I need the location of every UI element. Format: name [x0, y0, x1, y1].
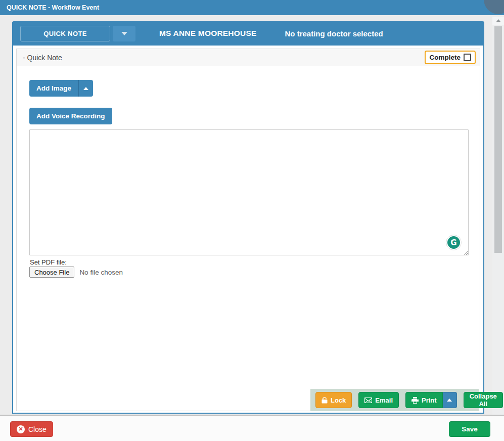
- complete-toggle[interactable]: Complete: [425, 51, 476, 64]
- lock-button[interactable]: Lock: [315, 392, 352, 408]
- window-title: QUICK NOTE - Workflow Event: [7, 4, 99, 11]
- section-header[interactable]: - Quick Note Complete: [17, 49, 480, 66]
- quick-note-section: - Quick Note Complete Add Image Add Voic…: [16, 49, 480, 411]
- scroll-up-icon: [496, 19, 501, 22]
- dialog-footer: ✕ Close Save: [0, 415, 504, 441]
- note-type-dropdown-button[interactable]: [113, 26, 135, 41]
- close-button[interactable]: ✕ Close: [10, 421, 53, 437]
- complete-checkbox[interactable]: [464, 54, 471, 61]
- note-action-strip: Lock Email Print Collapse All: [310, 389, 479, 411]
- print-split-button: Print: [405, 392, 457, 408]
- add-image-button[interactable]: Add Image: [29, 80, 78, 97]
- set-pdf-label: Set PDF file:: [30, 258, 67, 266]
- add-image-dropdown-button[interactable]: [78, 80, 93, 97]
- note-field-wrapper: G: [29, 129, 469, 255]
- chevron-up-icon: [83, 87, 88, 90]
- print-icon: [411, 397, 419, 404]
- email-button[interactable]: Email: [358, 392, 399, 408]
- file-chosen-status: No file chosen: [79, 269, 123, 276]
- lock-icon: [322, 397, 328, 404]
- corner-widget-button[interactable]: [484, 0, 504, 14]
- grammarly-icon[interactable]: G: [446, 235, 462, 250]
- note-textarea[interactable]: [29, 129, 469, 255]
- close-icon: ✕: [17, 425, 25, 433]
- dialog-header: QUICK NOTE MS ANNE MOOREHOUSE No treatin…: [12, 21, 484, 46]
- quick-note-dialog: QUICK NOTE MS ANNE MOOREHOUSE No treatin…: [12, 21, 484, 414]
- pdf-file-input: Choose File No file chosen: [29, 267, 123, 278]
- scrollbar-up-button[interactable]: [492, 17, 504, 25]
- choose-file-button[interactable]: Choose File: [29, 267, 74, 278]
- collapse-all-button[interactable]: Collapse All: [464, 392, 503, 408]
- add-image-split-button: Add Image: [29, 80, 93, 97]
- chevron-up-icon: [447, 399, 452, 402]
- scrollbar-thumb[interactable]: [494, 26, 502, 253]
- note-type-button[interactable]: QUICK NOTE: [20, 26, 110, 41]
- patient-name: MS ANNE MOOREHOUSE: [159, 29, 256, 38]
- email-icon: [364, 398, 372, 403]
- save-button[interactable]: Save: [449, 421, 490, 437]
- chevron-down-icon: [121, 32, 127, 35]
- print-dropdown-button[interactable]: [443, 392, 457, 408]
- print-button[interactable]: Print: [405, 392, 443, 408]
- page-scrollbar[interactable]: [492, 17, 504, 428]
- add-voice-recording-button[interactable]: Add Voice Recording: [29, 108, 112, 124]
- treating-doctor-status: No treating doctor selected: [285, 29, 383, 38]
- window-title-bar: QUICK NOTE - Workflow Event: [0, 0, 504, 15]
- complete-label: Complete: [429, 54, 461, 61]
- section-title: - Quick Note: [23, 54, 62, 62]
